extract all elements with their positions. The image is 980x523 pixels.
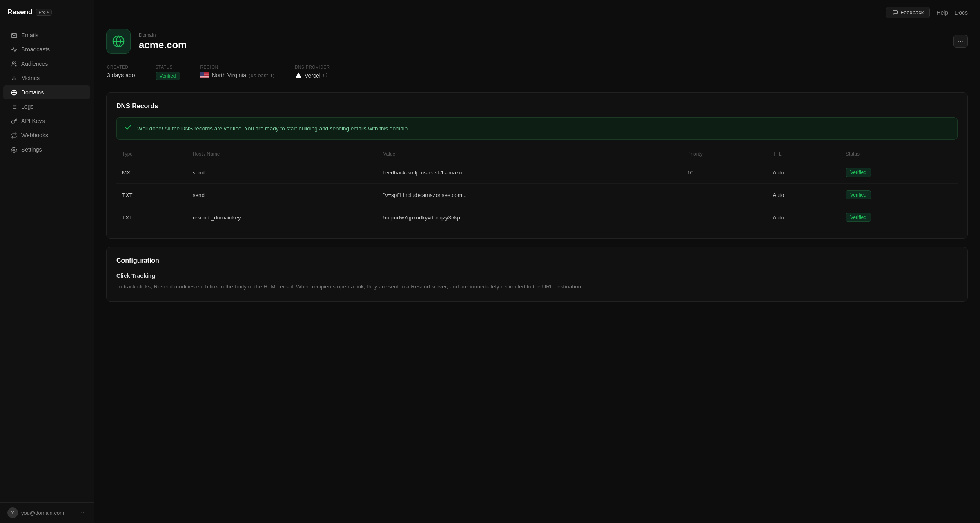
sidebar-nav: Emails Broadcasts Audiences bbox=[0, 25, 94, 502]
help-link[interactable]: Help bbox=[936, 9, 948, 16]
cell-type: MX bbox=[116, 161, 187, 184]
feedback-button[interactable]: Feedback bbox=[886, 7, 930, 18]
svg-rect-0 bbox=[11, 33, 17, 37]
cell-status: Verified bbox=[840, 161, 958, 184]
audiences-icon bbox=[11, 60, 17, 67]
cell-ttl: Auto bbox=[767, 184, 840, 206]
metrics-icon bbox=[11, 75, 17, 81]
sidebar-item-settings[interactable]: Settings bbox=[3, 143, 90, 156]
cell-type: TXT bbox=[116, 206, 187, 229]
feedback-icon bbox=[892, 10, 898, 16]
sidebar-item-label: Metrics bbox=[21, 75, 40, 81]
sidebar-item-api-keys[interactable]: API Keys bbox=[3, 114, 90, 128]
domain-name: acme.com bbox=[139, 39, 945, 51]
domain-header: Domain acme.com ··· bbox=[106, 25, 968, 65]
webhooks-icon bbox=[11, 132, 17, 139]
cell-ttl: Auto bbox=[767, 161, 840, 184]
dns-table: Type Host / Name Value Priority TTL Stat… bbox=[116, 147, 958, 228]
cell-value: feedback-smtp.us-east-1.amazo... bbox=[377, 161, 682, 184]
sidebar-item-logs[interactable]: Logs bbox=[3, 100, 90, 114]
domains-icon bbox=[11, 89, 17, 96]
svg-line-30 bbox=[325, 73, 327, 76]
avatar: Y bbox=[7, 507, 18, 518]
cell-host: send bbox=[187, 184, 378, 206]
cell-priority bbox=[682, 206, 767, 229]
cell-status: Verified bbox=[840, 206, 958, 229]
vercel-logo-icon bbox=[295, 72, 302, 79]
meta-dns-provider: DNS PROVIDER Vercel bbox=[295, 65, 330, 80]
cell-value: 5uqmdw7qpxudkyvdonqzy35kp... bbox=[377, 206, 682, 229]
svg-point-13 bbox=[13, 149, 15, 150]
sidebar-item-label: Broadcasts bbox=[21, 46, 50, 53]
user-email: you@domain.com bbox=[21, 510, 74, 516]
meta-region: REGION bbox=[200, 65, 274, 80]
user-menu-button[interactable]: ··· bbox=[78, 508, 86, 517]
region-code: (us-east-1) bbox=[249, 72, 274, 78]
table-row: TXT send "v=spf1 include:amazonses.com..… bbox=[116, 184, 958, 206]
row-status-badge: Verified bbox=[846, 168, 871, 177]
col-ttl: TTL bbox=[767, 147, 840, 161]
configuration-section: Configuration Click Tracking To track cl… bbox=[106, 247, 968, 302]
svg-rect-25 bbox=[200, 76, 209, 77]
click-tracking-text: To track clicks, Resend modifies each li… bbox=[116, 282, 958, 291]
sidebar-footer: Y you@domain.com ··· bbox=[0, 502, 94, 523]
domain-more-button[interactable]: ··· bbox=[953, 35, 968, 48]
dns-records-title: DNS Records bbox=[116, 103, 958, 110]
sidebar-item-emails[interactable]: Emails bbox=[3, 28, 90, 42]
status-label: STATUS bbox=[156, 65, 180, 69]
cell-type: TXT bbox=[116, 184, 187, 206]
dns-records-section: DNS Records Well done! All the DNS recor… bbox=[106, 92, 968, 239]
status-value: Verified bbox=[156, 72, 180, 80]
topbar: Feedback Help Docs bbox=[94, 0, 980, 25]
sidebar-item-domains[interactable]: Domains bbox=[3, 85, 90, 99]
success-banner: Well done! All the DNS records are verif… bbox=[116, 117, 958, 140]
pro-badge: Pro bbox=[36, 9, 52, 16]
svg-rect-23 bbox=[200, 76, 209, 76]
domain-label: Domain bbox=[139, 32, 945, 38]
email-icon bbox=[11, 32, 17, 38]
meta-created: CREATED 3 days ago bbox=[107, 65, 135, 80]
svg-point-1 bbox=[12, 61, 14, 63]
domain-info: Domain acme.com bbox=[139, 32, 945, 51]
region-value: North Virginia (us-east-1) bbox=[200, 72, 274, 78]
sidebar-item-label: Settings bbox=[21, 146, 42, 153]
dns-provider-name: Vercel bbox=[305, 72, 321, 79]
cell-priority: 10 bbox=[682, 161, 767, 184]
svg-rect-28 bbox=[200, 78, 209, 78]
created-value: 3 days ago bbox=[107, 72, 135, 78]
api-keys-icon bbox=[11, 118, 17, 124]
cell-status: Verified bbox=[840, 184, 958, 206]
sidebar-item-broadcasts[interactable]: Broadcasts bbox=[3, 42, 90, 56]
external-link-icon bbox=[323, 73, 328, 79]
sidebar-item-label: API Keys bbox=[21, 118, 45, 124]
meta-status: STATUS Verified bbox=[156, 65, 180, 80]
configuration-title: Configuration bbox=[116, 257, 958, 264]
cell-host: resend._domainkey bbox=[187, 206, 378, 229]
col-status: Status bbox=[840, 147, 958, 161]
sidebar-item-webhooks[interactable]: Webhooks bbox=[3, 128, 90, 142]
table-row: TXT resend._domainkey 5uqmdw7qpxudkyvdon… bbox=[116, 206, 958, 229]
col-value: Value bbox=[377, 147, 682, 161]
docs-link[interactable]: Docs bbox=[955, 9, 968, 16]
sidebar-item-label: Domains bbox=[21, 89, 44, 96]
main-content: Feedback Help Docs Domain acme.com ··· C… bbox=[94, 0, 980, 523]
cell-host: send bbox=[187, 161, 378, 184]
svg-rect-27 bbox=[200, 77, 209, 78]
domain-meta: CREATED 3 days ago STATUS Verified REGIO… bbox=[106, 65, 968, 80]
svg-rect-29 bbox=[200, 72, 204, 76]
cell-priority bbox=[682, 184, 767, 206]
col-host-name: Host / Name bbox=[187, 147, 378, 161]
table-row: MX send feedback-smtp.us-east-1.amazo...… bbox=[116, 161, 958, 184]
row-status-badge: Verified bbox=[846, 190, 871, 199]
broadcasts-icon bbox=[11, 46, 17, 53]
region-label: REGION bbox=[200, 65, 274, 69]
svg-rect-26 bbox=[200, 77, 209, 77]
sidebar-item-metrics[interactable]: Metrics bbox=[3, 71, 90, 85]
sidebar-item-label: Audiences bbox=[21, 60, 48, 67]
settings-icon bbox=[11, 146, 17, 153]
sidebar-item-audiences[interactable]: Audiences bbox=[3, 57, 90, 71]
page-content: Domain acme.com ··· CREATED 3 days ago S… bbox=[94, 25, 980, 326]
sidebar-item-label: Emails bbox=[21, 32, 38, 38]
created-label: CREATED bbox=[107, 65, 135, 69]
dns-provider-label: DNS PROVIDER bbox=[295, 65, 330, 69]
